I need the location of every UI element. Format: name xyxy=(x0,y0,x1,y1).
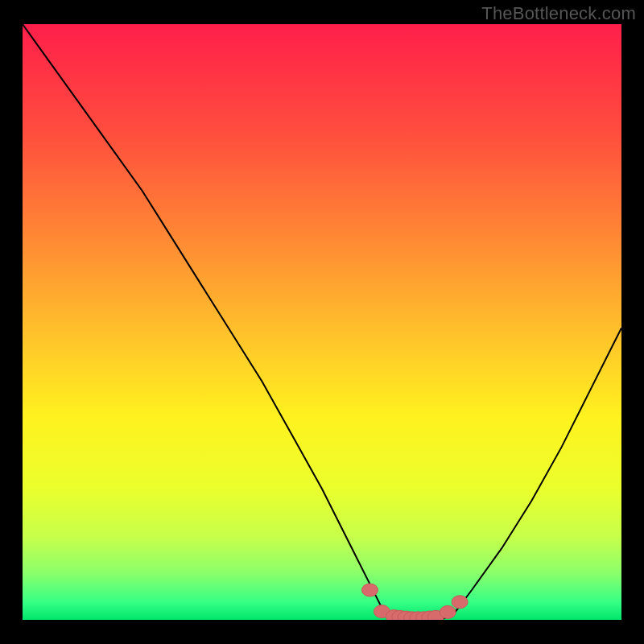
site-watermark: TheBottleneck.com xyxy=(481,3,636,24)
curve-marker xyxy=(452,596,468,609)
plot-svg xyxy=(23,24,621,620)
bottleneck-plot xyxy=(23,24,621,620)
chart-stage: TheBottleneck.com xyxy=(0,0,644,644)
curve-marker xyxy=(440,605,456,618)
curve-marker xyxy=(362,584,378,597)
gradient-background xyxy=(23,24,621,620)
